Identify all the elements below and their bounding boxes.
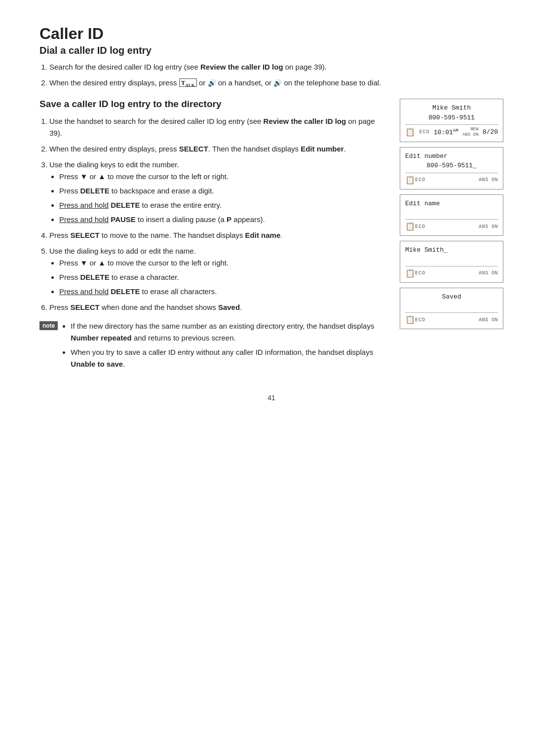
new-ans-on-badge: NEWANS ON (462, 127, 478, 138)
eco-label: ECO (415, 270, 425, 276)
screen3-status-row: 📋 ECO ANS ON (405, 219, 498, 231)
list-item: Use the dialing keys to add or edit the … (49, 245, 385, 298)
book-icon: 📋 (405, 175, 415, 185)
page-number: 41 (39, 394, 503, 402)
phone-screen-1: Mike Smith 800-595-9511 📋 ECO 10:01AM NE… (400, 99, 503, 142)
screen4-text: Mike Smith_ (405, 244, 498, 265)
main-text-column: Save a caller ID log entry to the direct… (39, 99, 385, 374)
book-icon: 📋 (405, 268, 415, 278)
screen4-line1: Mike Smith_ (405, 245, 498, 255)
book-icon: 📋 (405, 127, 415, 137)
ans-on-label: ANS ON (479, 177, 498, 183)
phone-screens-column: Mike Smith 800-595-9511 📋 ECO 10:01AM NE… (400, 99, 503, 329)
phone-screen-4: Mike Smith_ 📋 ECO ANS ON (400, 241, 503, 283)
screen5-text: Saved (405, 291, 498, 312)
list-item: If the new directory has the same number… (71, 320, 385, 344)
screen2-line1: Edit number (405, 151, 498, 161)
list-item: Press DELETE to erase a character. (59, 271, 385, 283)
screen2-status-row: 📋 ECO ANS ON (405, 173, 498, 185)
section1-steps: Search for the desired caller ID log ent… (49, 61, 503, 89)
list-item: Press and hold DELETE to erase the entir… (59, 199, 385, 211)
page-title: Caller ID (39, 25, 503, 43)
eco-label: ECO (415, 177, 425, 183)
list-item: When the desired entry displays, press T… (49, 77, 503, 89)
screen1-line2: 800-595-9511 (405, 113, 498, 123)
screen3-line1: Edit name (405, 199, 498, 209)
screen2-line2: 800-595-9511_ (405, 161, 498, 171)
screen5-status-row: 📋 ECO ANS ON (405, 312, 498, 325)
step5-bullets: Press ▼ or ▲ to move the cursor to the l… (59, 257, 385, 298)
book-icon: 📋 (405, 315, 415, 325)
ans-on-label: ANS ON (479, 270, 498, 276)
note-box: note If the new directory has the same n… (39, 320, 385, 374)
list-item: Press SELECT when done and the handset s… (49, 302, 385, 313)
screen1-line1: Mike Smith (405, 103, 498, 113)
phone-screen-2: Edit number 800-595-9511_ 📋 ECO ANS ON (400, 147, 503, 189)
list-item: Press and hold PAUSE to insert a dialing… (59, 214, 385, 226)
note-label: note (39, 321, 58, 330)
list-item: Press and hold DELETE to erase all chara… (59, 286, 385, 298)
list-item: Press SELECT to move to the name. The ha… (49, 229, 385, 241)
book-icon: 📋 (405, 222, 415, 231)
screen1-status-row: 📋 ECO 10:01AM NEWANS ON 8/20 (405, 124, 498, 138)
section2-heading: Save a caller ID log entry to the direct… (39, 99, 385, 110)
list-item: When the desired entry displays, press S… (49, 143, 385, 155)
list-item: Use the handset to search for the desire… (49, 115, 385, 139)
section1-heading: Dial a caller ID log entry (39, 45, 503, 56)
screen1-time: 10:01AM (434, 128, 458, 136)
step3-bullets: Press ▼ or ▲ to move the cursor to the l… (59, 171, 385, 226)
list-item: Press DELETE to backspace and erase a di… (59, 185, 385, 197)
screen1-count: 8/20 (483, 128, 498, 136)
phone-screen-3: Edit name 📋 ECO ANS ON (400, 194, 503, 236)
list-item: Search for the desired caller ID log ent… (49, 61, 503, 73)
ans-on-label: ANS ON (479, 317, 498, 323)
screen1-text: Mike Smith 800-595-9511 (405, 102, 498, 123)
list-item: Press ▼ or ▲ to move the cursor to the l… (59, 257, 385, 269)
section2-steps: Use the handset to search for the desire… (49, 115, 385, 313)
screen2-text: Edit number 800-595-9511_ (405, 151, 498, 172)
list-item: Use the dialing keys to edit the number.… (49, 159, 385, 226)
eco-label: ECO (419, 129, 429, 135)
eco-label: ECO (415, 224, 425, 229)
list-item: When you try to save a caller ID entry w… (71, 346, 385, 370)
list-item: Press ▼ or ▲ to move the cursor to the l… (59, 171, 385, 183)
screen3-text: Edit name (405, 198, 498, 219)
phone-screen-5: Saved 📋 ECO ANS ON (400, 288, 503, 330)
screen5-line1: Saved (405, 292, 498, 302)
note-content: If the new directory has the same number… (63, 320, 385, 374)
ans-on-label: ANS ON (479, 224, 498, 229)
eco-label: ECO (415, 317, 425, 323)
screen4-status-row: 📋 ECO ANS ON (405, 266, 498, 278)
